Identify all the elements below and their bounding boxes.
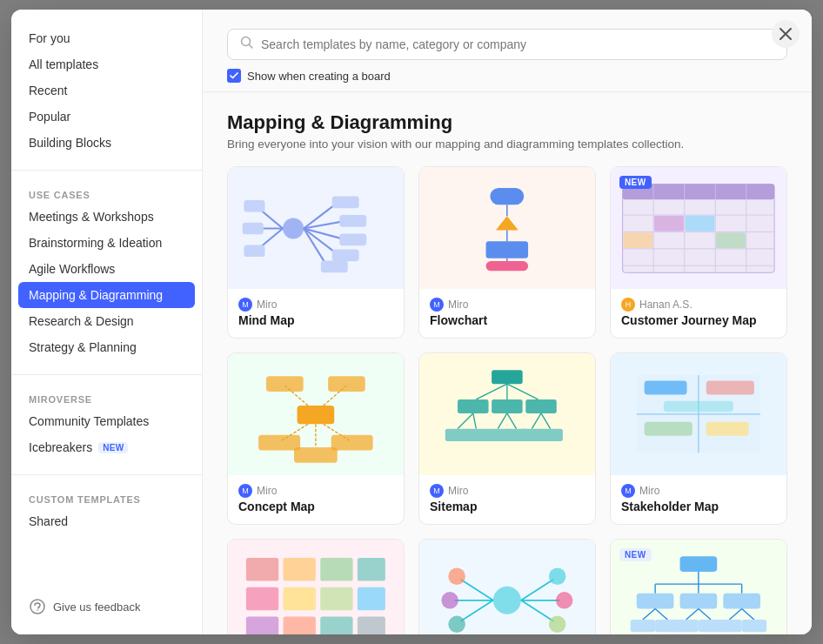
template-thumb-concept-map [228,353,404,475]
template-thumb-customer-journey: NEW [611,167,786,289]
sidebar-divider-2 [11,374,202,375]
svg-point-100 [549,616,566,634]
show-when-row: Show when creating a board [227,69,787,83]
svg-point-3 [283,218,304,238]
miro-avatar-2: M [430,298,444,312]
svg-line-122 [730,609,742,620]
template-thumb-9: NEW [611,540,786,634]
svg-rect-39 [716,232,746,248]
main-content: Show when creating a board Mapping & Dia… [203,10,812,634]
svg-rect-13 [321,260,348,272]
section-desc: Bring everyone into your vision with our… [227,138,787,151]
template-card-7[interactable] [227,539,405,634]
template-card-8[interactable] [418,539,596,634]
sidebar-item-popular[interactable]: Popular [11,104,202,130]
close-button[interactable] [772,20,800,48]
svg-marker-22 [496,216,519,230]
sidebar-item-meetings-workshops[interactable]: Meetings & Workshops [11,204,202,230]
template-card-flowchart[interactable]: M Miro Flowchart [418,166,596,339]
template-thumb-8 [419,540,595,634]
svg-rect-9 [332,196,359,208]
svg-rect-56 [458,399,489,413]
feedback-row[interactable]: Give us feedback [11,584,202,619]
journey-illustration [621,178,776,278]
template-author-mind-map: M Miro [238,298,393,312]
svg-line-53 [476,384,507,399]
template-author-flowchart: M Miro [430,298,585,312]
show-when-checkbox[interactable] [227,69,241,83]
svg-line-97 [461,600,493,621]
svg-rect-17 [244,199,265,211]
svg-rect-79 [246,558,278,581]
sidebar-item-for-you[interactable]: For you [11,25,202,51]
sidebar-item-shared[interactable]: Shared [11,508,202,534]
template-card-9[interactable]: NEW [610,539,787,634]
template-card-mind-map[interactable]: M Miro Mind Map [227,166,405,339]
svg-line-94 [521,600,553,621]
svg-point-103 [448,616,465,634]
svg-line-114 [643,609,655,620]
sitemap-illustration [430,363,585,466]
search-icon [240,36,254,53]
search-input[interactable] [261,37,774,51]
svg-rect-40 [624,232,653,248]
sidebar-item-strategy-planning[interactable]: Strategy & Planning [11,334,202,360]
template-name-stakeholder-map: Stakeholder Map [621,500,776,513]
sidebar-item-brainstorming-ideation[interactable]: Brainstorming & Ideation [11,230,202,256]
svg-point-102 [441,592,458,609]
template-thumb-mind-map [228,167,404,289]
sidebar-item-community-templates[interactable]: Community Templates [11,408,202,434]
sidebar-item-mapping-diagramming[interactable]: Mapping & Diagramming [18,282,195,308]
svg-rect-24 [486,241,528,258]
template-meta-stakeholder-map: M Miro Stakeholder Map [611,475,786,524]
svg-rect-86 [358,587,385,611]
svg-rect-74 [645,381,687,395]
svg-rect-104 [680,556,718,572]
template-meta-sitemap: M Miro Sitemap [419,475,595,524]
template-author-stakeholder-map: M Miro [621,484,776,498]
svg-point-101 [448,568,465,586]
template-thumb-stakeholder-map [611,353,786,475]
template-author-customer-journey: H Hanan A.S. [621,298,776,312]
svg-rect-112 [680,594,718,609]
svg-rect-87 [246,617,278,634]
svg-rect-88 [284,617,316,634]
svg-line-68 [541,413,551,429]
svg-rect-10 [339,215,366,227]
sidebar: For you All templates Recent Popular Bui… [11,10,203,634]
svg-rect-81 [320,558,352,581]
use-cases-label: USE CASES [11,178,202,204]
template-card-customer-journey[interactable]: NEW [610,166,787,339]
svg-rect-47 [258,435,300,451]
hanan-avatar: H [621,298,635,312]
svg-rect-116 [631,620,655,632]
svg-rect-80 [284,558,316,581]
sidebar-item-building-blocks[interactable]: Building Blocks [11,130,202,156]
sidebar-divider-1 [11,170,202,171]
template-card-stakeholder-map[interactable]: M Miro Stakeholder Map [610,352,787,525]
miro-avatar-6: M [621,484,635,498]
sidebar-item-research-design[interactable]: Research & Design [11,308,202,334]
template-8-illustration [430,549,585,634]
sidebar-item-icebreakers[interactable]: Icebreakers NEW [11,434,202,460]
svg-rect-62 [464,429,488,441]
sidebar-item-agile-workflows[interactable]: Agile Workflows [11,256,202,282]
template-name-flowchart: Flowchart [430,313,585,327]
sidebar-item-all-templates[interactable]: All templates [11,51,202,77]
template-card-concept-map[interactable]: M Miro Concept Map [227,352,405,525]
svg-rect-111 [637,594,674,609]
sidebar-item-recent[interactable]: Recent [11,77,202,104]
template-card-sitemap[interactable]: M Miro Sitemap [418,352,596,525]
template-name-mind-map: Mind Map [238,313,393,327]
template-9-illustration [621,549,776,634]
svg-rect-124 [717,620,741,632]
svg-rect-84 [284,587,316,611]
svg-rect-58 [525,399,557,413]
content-area: Mapping & Diagramming Bring everyone int… [203,92,812,634]
svg-line-118 [686,609,699,620]
svg-point-98 [549,568,566,586]
svg-point-1 [37,609,38,611]
svg-rect-41 [298,406,335,424]
stakeholder-illustration [621,363,776,466]
template-grid: M Miro Mind Map [227,166,787,634]
